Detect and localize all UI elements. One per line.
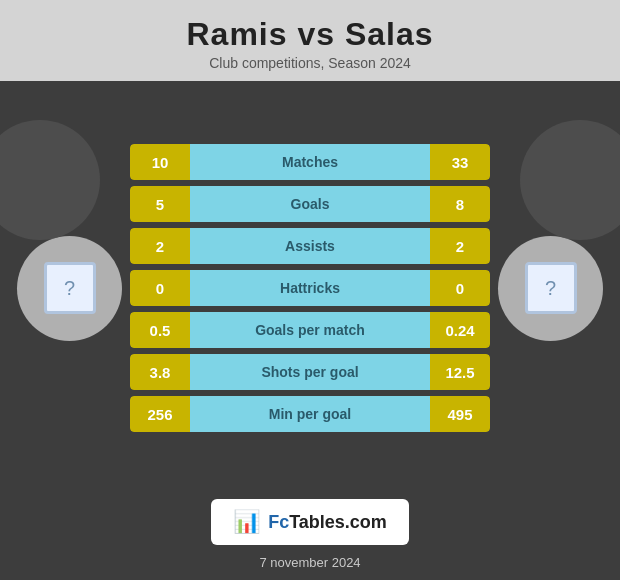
stat-right-value: 8 <box>430 186 490 222</box>
header-section: Ramis vs Salas Club competitions, Season… <box>0 0 620 81</box>
stats-container: 10Matches335Goals82Assists20Hattricks00.… <box>130 144 490 432</box>
logo-area: 📊 FcTables.com <box>211 499 409 545</box>
logo-text: FcTables.com <box>268 512 387 533</box>
stat-label: Hattricks <box>190 270 430 306</box>
page-subtitle: Club competitions, Season 2024 <box>0 55 620 71</box>
stat-left-value: 0.5 <box>130 312 190 348</box>
stat-left-value: 256 <box>130 396 190 432</box>
stat-label: Assists <box>190 228 430 264</box>
stat-row: 10Matches33 <box>130 144 490 180</box>
avatar-right-icon: ? <box>545 277 556 300</box>
stat-right-value: 12.5 <box>430 354 490 390</box>
stat-label: Goals per match <box>190 312 430 348</box>
avatar-left: ? <box>17 236 122 341</box>
stat-row: 3.8Shots per goal12.5 <box>130 354 490 390</box>
stat-left-value: 2 <box>130 228 190 264</box>
stat-label: Min per goal <box>190 396 430 432</box>
page-title: Ramis vs Salas <box>0 16 620 53</box>
stat-right-value: 0 <box>430 270 490 306</box>
stat-label: Matches <box>190 144 430 180</box>
avatar-right-placeholder: ? <box>525 262 577 314</box>
stat-right-value: 33 <box>430 144 490 180</box>
stat-label: Goals <box>190 186 430 222</box>
stat-left-value: 5 <box>130 186 190 222</box>
footer-date: 7 november 2024 <box>259 555 360 570</box>
stat-left-value: 0 <box>130 270 190 306</box>
stat-row: 0Hattricks0 <box>130 270 490 306</box>
stat-row: 5Goals8 <box>130 186 490 222</box>
stat-row: 256Min per goal495 <box>130 396 490 432</box>
avatar-left-placeholder: ? <box>44 262 96 314</box>
stat-row: 2Assists2 <box>130 228 490 264</box>
stat-right-value: 495 <box>430 396 490 432</box>
stat-row: 0.5Goals per match0.24 <box>130 312 490 348</box>
stat-left-value: 10 <box>130 144 190 180</box>
avatar-right: ? <box>498 236 603 341</box>
logo-box: 📊 FcTables.com <box>211 499 409 545</box>
logo-icon: 📊 <box>233 509 260 535</box>
stat-label: Shots per goal <box>190 354 430 390</box>
stat-right-value: 2 <box>430 228 490 264</box>
stat-left-value: 3.8 <box>130 354 190 390</box>
stat-right-value: 0.24 <box>430 312 490 348</box>
avatar-left-icon: ? <box>64 277 75 300</box>
